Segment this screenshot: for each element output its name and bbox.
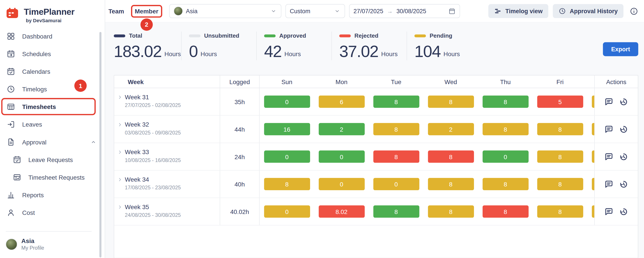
actions-cell [595, 198, 638, 225]
sidebar-item-label: Calendars [22, 68, 50, 75]
hours-bar-pending[interactable]: 8 [537, 178, 583, 190]
app-brand: TimePlanner by DevSamurai [0, 0, 105, 26]
hours-bar-approved[interactable]: 16 [264, 123, 310, 135]
hours-bar-pending[interactable]: 6 [318, 96, 364, 108]
hours-bar-pending[interactable]: 8 [537, 123, 583, 135]
sidebar-item-label: Reports [22, 192, 44, 199]
date-range-input[interactable]: 27/07/2025 → 30/08/2025 [349, 4, 460, 18]
timesheet-week-row: Week 3127/07/2025 - 02/08/202535h068885 [114, 88, 638, 116]
week-date-range: 24/08/2025 - 30/08/2025 [125, 212, 181, 218]
sidebar-item-dashboard[interactable]: Dashboard [0, 27, 105, 45]
approval-history-button[interactable]: Approval History [553, 4, 624, 18]
week-cell: Week 3524/08/2025 - 30/08/2025 [114, 198, 220, 225]
hours-bar-approved[interactable]: 0 [482, 150, 528, 163]
day-cell: 8 [424, 143, 478, 170]
sidebar-item-leaves[interactable]: Leaves [0, 116, 105, 133]
timesheet-week-row: Week 3524/08/2025 - 30/08/202540.02h08.0… [114, 198, 638, 225]
chevron-right-icon [117, 149, 123, 155]
hours-bar-pending[interactable]: 8 [264, 178, 310, 190]
hours-bar-pending[interactable]: 8 [482, 123, 528, 135]
sidebar-item-leave-requests[interactable]: Leave Requests [0, 151, 105, 168]
hours-bar-pending[interactable]: 8 [428, 96, 474, 108]
week-label: Week 35 [125, 203, 181, 211]
comment-button[interactable] [604, 207, 614, 216]
stat-value-row: 37.02Hours [339, 42, 406, 60]
hours-bar-approved[interactable]: 8 [373, 96, 419, 108]
hours-bar-pending[interactable]: 8 [537, 150, 583, 163]
hours-bar-approved[interactable]: 0 [264, 150, 310, 163]
hours-bar-approved[interactable]: 8 [482, 96, 528, 108]
day-cell: 0 [260, 198, 314, 225]
export-button[interactable]: Export [603, 42, 638, 56]
day-cell [587, 88, 595, 115]
sidebar-scrollbar[interactable] [100, 32, 102, 257]
day-cell: 8 [424, 198, 478, 225]
hours-bar-rejected[interactable]: 8 [428, 150, 474, 163]
date-range-preset-select[interactable]: Custom [286, 4, 345, 18]
hours-bar-rejected[interactable]: 5 [537, 96, 583, 108]
hours-bar-pending[interactable]: 0 [264, 205, 310, 218]
hours-bar-rejected[interactable]: 8.02 [318, 205, 364, 218]
hours-bar-rejected[interactable]: 8 [482, 205, 528, 218]
hours-bar-pending[interactable] [592, 150, 595, 163]
sidebar-item-approval[interactable]: Approval [0, 133, 105, 151]
day-cell [587, 116, 595, 143]
hours-bar-pending[interactable]: 8 [373, 123, 419, 135]
comment-button[interactable] [604, 124, 614, 134]
comment-icon [604, 207, 614, 216]
hours-bar-pending[interactable]: 0 [318, 178, 364, 190]
day-cell: 8 [478, 198, 533, 225]
info-icon[interactable] [630, 7, 638, 15]
day-cell: 8 [532, 116, 587, 143]
tab-team[interactable]: Team [108, 7, 124, 14]
comment-button[interactable] [604, 97, 614, 106]
timelog-view-button[interactable]: Timelog view [488, 4, 548, 18]
hours-bar-pending[interactable] [592, 178, 595, 190]
history-button[interactable] [619, 179, 628, 189]
sidebar-item-reports[interactable]: Reports [0, 186, 105, 204]
hours-bar-pending[interactable]: 8 [428, 205, 474, 218]
sidebar-item-timesheets[interactable]: Timesheets1 [0, 98, 105, 116]
stat-value-row: 183.02Hours [114, 42, 181, 60]
week-date-range: 27/07/2025 - 02/08/2025 [125, 103, 181, 108]
hours-bar-pending[interactable]: 2 [428, 123, 474, 135]
logged-hours: 40.02h [220, 198, 260, 225]
history-button[interactable] [619, 152, 628, 161]
tab-member[interactable]: Member2 [135, 7, 158, 14]
hours-bar-rejected[interactable]: 8 [373, 150, 419, 163]
comment-button[interactable] [604, 152, 614, 161]
timesheet-week-row: Week 3417/08/2025 - 23/08/202540h800888 [114, 171, 638, 198]
stat-rejected: Rejected37.02Hours [332, 31, 407, 60]
sidebar-item-label: Timesheet Requests [28, 174, 84, 181]
member-select[interactable]: Asia [169, 4, 281, 18]
day-cell: 2 [314, 116, 369, 143]
hours-bar-pending[interactable] [592, 96, 595, 108]
hours-bar-approved[interactable]: 8 [373, 205, 419, 218]
sidebar-item-timelogs[interactable]: Timelogs [0, 80, 105, 98]
hours-bar-approved[interactable]: 0 [318, 150, 364, 163]
comment-button[interactable] [604, 179, 614, 189]
sidebar-item-cost[interactable]: Cost [0, 204, 105, 222]
sidebar-item-label: Leave Requests [28, 156, 73, 163]
hours-bar-pending[interactable] [592, 123, 595, 135]
profile[interactable]: Asia My Profile [0, 232, 105, 258]
stat-color-dash [339, 34, 351, 37]
hours-bar-pending[interactable]: 8 [482, 178, 528, 190]
hours-bar-pending[interactable] [592, 205, 595, 218]
stat-value-row: 0Hours [189, 42, 256, 60]
day-cell: 8 [532, 198, 587, 225]
hours-bar-approved[interactable]: 0 [264, 96, 310, 108]
app-brand-text: TimePlanner by DevSamurai [24, 7, 74, 23]
hours-bar-approved[interactable]: 2 [318, 123, 364, 135]
history-button[interactable] [619, 124, 628, 134]
schedule-icon [6, 50, 15, 58]
history-button[interactable] [619, 97, 628, 106]
sidebar-item-schedules[interactable]: Schedules [0, 45, 105, 63]
sidebar-item-timesheet-requests[interactable]: Timesheet Requests [0, 168, 105, 186]
history-button[interactable] [619, 207, 628, 216]
hours-bar-pending[interactable]: 8 [537, 205, 583, 218]
sidebar-item-calendars[interactable]: Calendars [0, 63, 105, 80]
hours-bar-pending[interactable]: 0 [373, 178, 419, 190]
col-header-day: Sun [260, 76, 314, 88]
hours-bar-pending[interactable]: 8 [428, 178, 474, 190]
